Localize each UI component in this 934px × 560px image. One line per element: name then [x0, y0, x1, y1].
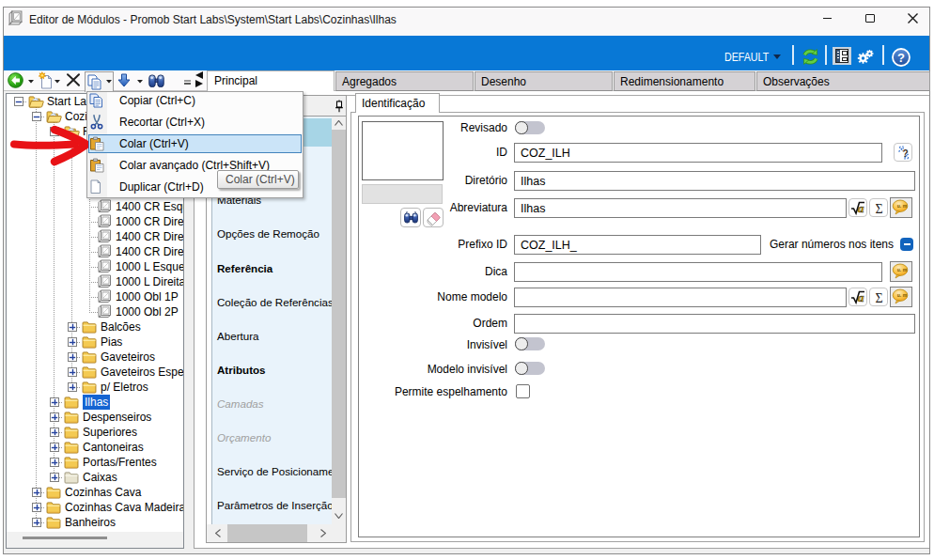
svg-text:Σ: Σ	[875, 202, 882, 216]
svg-text:u. m: u. m	[897, 203, 908, 209]
svg-text:?: ?	[897, 51, 905, 65]
svg-text:u. m: u. m	[897, 292, 908, 298]
svg-text:u. m: u. m	[897, 267, 908, 272]
svg-text:Σ: Σ	[875, 291, 882, 305]
svg-text:?: ?	[903, 148, 909, 159]
